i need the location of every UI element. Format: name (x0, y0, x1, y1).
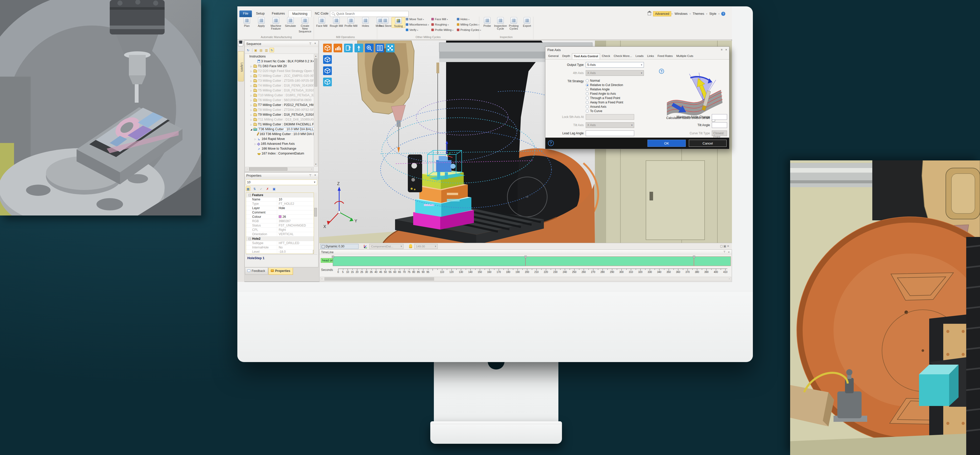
timeline-track[interactable]: ✛✛✛ (333, 256, 731, 266)
pin-icon[interactable]: ⊤ (309, 42, 312, 45)
ok-button[interactable]: OK (648, 140, 686, 147)
sort-icon[interactable]: ⇅ (252, 187, 257, 191)
sequence-vertical-scrollbar[interactable]: ▲▼ (314, 54, 318, 166)
sync-icon[interactable]: ↻ (269, 48, 274, 52)
viewport-icon-grid[interactable] (386, 44, 395, 52)
tree-item[interactable]: ▷T5 Milling Cutter : D16_FEToGA_3191600 (245, 88, 313, 93)
home-icon[interactable] (648, 13, 651, 15)
ribbon-button-export[interactable]: Export (520, 17, 534, 27)
tree-expander-icon[interactable]: ▷ (250, 113, 253, 117)
refresh-icon[interactable]: ↻ (246, 48, 250, 53)
timeline-marker[interactable]: ✛ (332, 255, 334, 258)
tree-item[interactable]: ↗166 Move to Toolchange (245, 146, 313, 151)
close-icon[interactable]: × (313, 42, 317, 45)
layers-tab[interactable]: Layers (238, 51, 244, 81)
ribbon-button-machine-feature[interactable]: Machine Feature (269, 17, 283, 30)
ribbon-button-inspection-cycle[interactable]: Inspection Cycle (493, 17, 508, 30)
viewport-icon-machine[interactable] (344, 44, 353, 52)
tree-item[interactable]: ▷T2 Milling Cutter : ZCC_EMP01-020-XP20-… (245, 73, 313, 78)
tab-nc-code[interactable]: NC Code (311, 10, 332, 17)
tree-item[interactable]: ▷T1 Milling Cutter : D63MM FACEMILL FENN (245, 122, 313, 127)
ribbon-button-probe[interactable]: Probe (480, 17, 494, 27)
property-row[interactable]: Colour26 (246, 215, 317, 219)
tilt-option-relative-to-cut-direction[interactable]: Relative to Cut Direction (586, 83, 623, 87)
tilt-option-normal[interactable]: Normal (586, 79, 600, 83)
folder-delete-icon[interactable]: ▣ (253, 48, 258, 53)
ribbon-smallbutton-roughing[interactable]: Roughing ▾ (431, 23, 449, 27)
viewport-icon-list[interactable] (375, 44, 384, 52)
ribbon-button-tool-store[interactable]: Tool Store (378, 17, 392, 27)
tree-item[interactable]: ▷T3 Milling Cutter : ZTD05-180-XP25-SP06… (245, 78, 313, 83)
ribbon-button-face-mill[interactable]: Face Mill (315, 17, 329, 27)
dialog-tab-links[interactable]: Links (646, 53, 656, 59)
tree-expander-icon[interactable]: ▷ (250, 93, 253, 98)
tab-machining[interactable]: Machining (288, 10, 311, 17)
property-row[interactable]: CPLRight (246, 228, 317, 232)
tree-expander-icon[interactable]: ▷ (250, 108, 253, 113)
help-icon[interactable]: ? (721, 12, 725, 16)
ribbon-button-create-new-sequence[interactable]: Create New Sequence (298, 17, 312, 33)
pin-icon[interactable]: ⊤ (723, 251, 725, 253)
apply-icon[interactable]: ✓ (259, 187, 263, 191)
viewport-icon-iso-3[interactable] (323, 78, 332, 86)
window-menu-themes[interactable]: Themes (691, 11, 706, 16)
tree-item[interactable]: ▷T1 D63 Face Mill Z0 (245, 64, 313, 69)
output-type-select[interactable]: 5-Axis▼ (586, 62, 644, 68)
tree-item[interactable]: ▷T7 Milling Cutter : P2D12_FEToGA_HMX2.0… (245, 103, 313, 107)
tree-item[interactable]: ▷T6 Milling Cutter : 5601R904FM-0600 (245, 98, 313, 103)
categorize-icon[interactable]: ▦ (246, 187, 250, 191)
ribbon-smallbutton-face-mill[interactable]: Face Mill ▾ (431, 18, 448, 22)
window-menu-windows[interactable]: Windows (673, 11, 689, 16)
tree-item[interactable]: 163 T36 Milling Cutter : 10.0 MM DIA BAL… (245, 132, 313, 137)
panels-icon[interactable] (238, 41, 243, 46)
viewport-icon-bars[interactable] (334, 44, 342, 52)
tilt-option-away-from-a-fixed-point[interactable]: Away from a Fixed Point (586, 101, 623, 105)
save-icon[interactable]: ▣ (272, 187, 277, 191)
property-row[interactable]: Name10 (246, 197, 317, 202)
tolerance-selector[interactable]: 149.00▼ (414, 244, 438, 249)
folder-icon[interactable]: ▤ (259, 48, 263, 53)
property-group-hole2[interactable]: −Hole2 (246, 236, 317, 241)
tree-item[interactable]: ▷T4 Milling Cutter : D16_FENN_3141600 (245, 83, 313, 88)
tree-expander-icon[interactable]: ◢ (250, 127, 253, 132)
property-row[interactable]: RGB3980287 (246, 219, 317, 224)
tree-expander-icon[interactable]: ▷ (250, 117, 253, 122)
property-row[interactable]: TypeFT_HOLE2 (246, 202, 317, 206)
viewport-icon-cube[interactable] (323, 44, 332, 52)
ribbon-button-simulate[interactable]: Simulate (283, 17, 298, 27)
tree-expander-icon[interactable]: ▷ (250, 122, 253, 127)
tree-item[interactable]: ▷↳164 Rapid Move (245, 137, 313, 142)
close-icon[interactable]: × (725, 48, 727, 51)
tree-expander-icon[interactable]: ▷ (250, 64, 253, 69)
ribbon-smallbutton-verify[interactable]: Verify ▾ (406, 28, 418, 33)
tree-expander-icon[interactable]: ▷ (250, 69, 253, 74)
folder-info-icon[interactable]: ▥ (264, 48, 269, 53)
tree-expander-icon[interactable]: ▷ (250, 88, 253, 93)
ribbon-button-profile-mill[interactable]: Profile Mill (344, 17, 358, 27)
ribbon-smallbutton-probing-cycles[interactable]: Probing Cycles ▾ (457, 28, 481, 33)
tree-expander-icon[interactable]: ▷ (250, 79, 253, 83)
lead-lag-input[interactable] (586, 131, 634, 136)
tree-expander-icon[interactable]: ▷ (250, 74, 253, 79)
tilt-option-around-axis[interactable]: Around Axis (586, 105, 606, 109)
timeline-segment[interactable] (694, 256, 731, 266)
ribbon-smallbutton-move-tool[interactable]: Move Tool ▾ (406, 18, 424, 22)
tree-item[interactable]: ▷T9 Milling Cutter : D16_FEToGA_3191600_… (245, 112, 313, 117)
window-menu-advanced[interactable]: Advanced (653, 11, 671, 16)
tree-expander-icon[interactable]: ▷ (250, 83, 253, 88)
timeline-marker[interactable]: ✛ (693, 255, 695, 258)
tilt-option-relative-angle[interactable]: Relative Angle (586, 88, 610, 92)
tilt-option-fixed-angle-to-axis[interactable]: Fixed Angle to Axis (586, 92, 616, 96)
sequence-horizontal-scrollbar[interactable]: ‹› (245, 167, 313, 171)
dialog-tab-check[interactable]: Check (600, 53, 612, 59)
viewport-icon-iso-2[interactable] (323, 66, 332, 75)
tree-expander-icon[interactable]: ▷ (255, 137, 258, 142)
ribbon-button-holes[interactable]: Holes (359, 17, 372, 27)
tree-item[interactable]: ◢T36 Milling Cutter : 10.0 MM DIA BALL N… (245, 127, 313, 132)
dialog-tab-feed-rates[interactable]: Feed Rates (656, 53, 675, 59)
property-row[interactable]: StatusFST_UNCHANGED (246, 224, 317, 228)
tree-item[interactable]: ▷T8 Milling Cutter : ZTD04-280-XP32-SP09… (245, 107, 313, 112)
timeline-segment[interactable] (333, 256, 525, 266)
ribbon-button-probing-cycles[interactable]: Probing Cycles (507, 17, 520, 30)
dialog-tab-leads[interactable]: Leads (634, 53, 645, 59)
